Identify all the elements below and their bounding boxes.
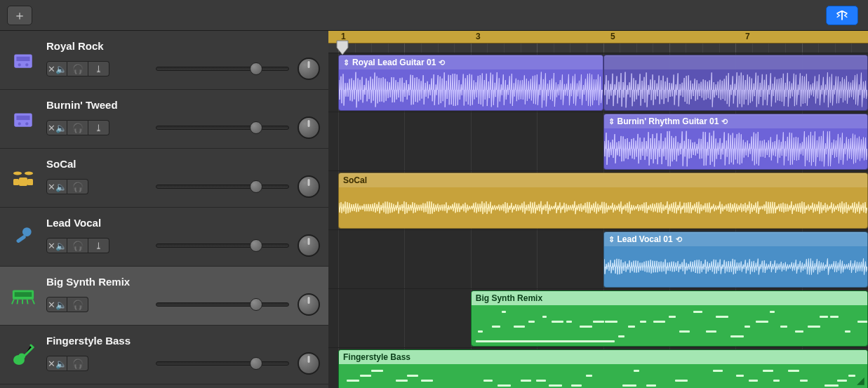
- expand-icon: ⇕: [343, 58, 349, 67]
- track-header-burnin-tweed[interactable]: Burnin' Tweed ✕🔈 🎧 ⤓: [0, 90, 328, 149]
- track-header-big-synth-remix[interactable]: Big Synth Remix ✕🔈 🎧: [0, 267, 328, 326]
- input-icon: ⤓: [95, 64, 102, 74]
- mute-icon: ✕🔈: [48, 182, 67, 192]
- pan-knob[interactable]: [298, 293, 320, 316]
- beat-ruler[interactable]: [328, 44, 868, 53]
- headphones-icon: 🎧: [72, 300, 84, 310]
- region-header: SoCal: [339, 173, 867, 187]
- region[interactable]: Fingerstyle Bass: [338, 349, 868, 388]
- pan-knob[interactable]: [298, 175, 320, 198]
- svg-point-18: [18, 353, 25, 359]
- region[interactable]: Big Synth Remix: [471, 290, 868, 347]
- track-header-fingerstyle-bass[interactable]: Fingerstyle Bass ✕🔈 🎧: [0, 326, 328, 384]
- region-header: ⇕Royal Lead Guitar 01⟲: [339, 55, 603, 69]
- input-monitor-button[interactable]: ⤓: [88, 61, 109, 76]
- region[interactable]: SoCal: [338, 173, 868, 229]
- slider-thumb[interactable]: [250, 239, 262, 252]
- track-header-royal-rock[interactable]: Royal Rock ✕🔈 🎧 ⤓: [0, 31, 328, 90]
- solo-button[interactable]: 🎧: [67, 238, 88, 253]
- track-header-socal[interactable]: SoCal ✕🔈 🎧: [0, 149, 328, 208]
- volume-slider[interactable]: [156, 359, 289, 368]
- svg-point-3: [25, 63, 28, 66]
- pan-knob[interactable]: [298, 58, 320, 80]
- region[interactable]: ⇕Burnin' Rhythm Guitar 01⟲: [603, 114, 869, 170]
- track-name: Royal Rock: [46, 40, 104, 52]
- resize-handle-icon[interactable]: ◢: [855, 375, 865, 385]
- region-header: Fingerstyle Bass: [339, 350, 867, 364]
- region-body: [604, 69, 868, 110]
- region-header: [604, 55, 868, 69]
- solo-button[interactable]: 🎧: [67, 179, 88, 194]
- pan-knob[interactable]: [298, 116, 320, 139]
- lane[interactable]: ⇕Lead Vocal 01⟲: [328, 230, 868, 289]
- mic-icon: [8, 222, 38, 252]
- volume-slider[interactable]: [156, 241, 289, 250]
- expand-icon: ⇕: [608, 117, 615, 126]
- mute-button[interactable]: ✕🔈: [46, 238, 67, 253]
- input-monitor-button[interactable]: ⤓: [88, 238, 109, 253]
- solo-button[interactable]: 🎧: [67, 120, 88, 135]
- track-name: SoCal: [46, 158, 76, 170]
- pan-knob[interactable]: [298, 234, 320, 257]
- input-monitor-button[interactable]: ⤓: [88, 120, 109, 135]
- slider-thumb[interactable]: [250, 298, 262, 311]
- region-body: [339, 364, 867, 388]
- loop-icon: ⟲: [721, 117, 728, 126]
- region[interactable]: ⇕Royal Lead Guitar 01⟲: [338, 55, 603, 111]
- headphones-icon: 🎧: [72, 359, 84, 369]
- mute-button[interactable]: ✕🔈: [46, 356, 67, 371]
- pan-knob[interactable]: [298, 352, 320, 375]
- slider-thumb[interactable]: [250, 121, 262, 134]
- lanes: ⇕Royal Lead Guitar 01⟲⇕Burnin' Rhythm Gu…: [328, 53, 868, 388]
- svg-rect-14: [16, 234, 27, 243]
- solo-button[interactable]: 🎧: [67, 61, 88, 76]
- mute-button[interactable]: ✕🔈: [46, 297, 67, 312]
- lane[interactable]: ⇕Royal Lead Guitar 01⟲: [328, 53, 868, 112]
- mute-icon: ✕🔈: [48, 359, 67, 369]
- track-header-lead-vocal[interactable]: Lead Vocal ✕🔈 🎧 ⤓: [0, 208, 328, 267]
- region-header: ⇕Burnin' Rhythm Guitar 01⟲: [604, 114, 868, 128]
- catch-playhead-button[interactable]: [826, 6, 858, 25]
- main: Royal Rock ✕🔈 🎧 ⤓: [0, 31, 868, 388]
- expand-icon: ⇕: [608, 235, 615, 244]
- region-label: Lead Vocal 01: [617, 234, 673, 244]
- lane[interactable]: ⇕Burnin' Rhythm Guitar 01⟲: [328, 112, 868, 171]
- mute-button[interactable]: ✕🔈: [46, 61, 67, 76]
- lane[interactable]: SoCal: [328, 171, 868, 230]
- toolbar: ＋: [0, 0, 868, 31]
- slider-thumb[interactable]: [250, 357, 262, 370]
- solo-button[interactable]: 🎧: [67, 356, 88, 371]
- lane[interactable]: Fingerstyle Bass: [328, 348, 868, 388]
- volume-slider[interactable]: [156, 64, 289, 74]
- region-label: Burnin' Rhythm Guitar 01: [617, 116, 719, 126]
- track-name: Lead Vocal: [46, 217, 101, 229]
- headphones-icon: 🎧: [72, 182, 84, 192]
- svg-rect-11: [13, 179, 19, 185]
- add-track-button[interactable]: ＋: [7, 6, 32, 25]
- solo-button[interactable]: 🎧: [67, 297, 88, 312]
- region[interactable]: [603, 55, 869, 111]
- mute-button[interactable]: ✕🔈: [46, 120, 67, 135]
- svg-point-6: [18, 122, 21, 125]
- timeline[interactable]: 1 3 5 7 ⇕Royal Lead Guitar 01⟲⇕Burnin' R…: [328, 31, 868, 388]
- volume-slider[interactable]: [156, 123, 289, 133]
- bar-ruler[interactable]: 1 3 5 7: [328, 31, 868, 44]
- volume-slider[interactable]: [156, 182, 289, 192]
- lane[interactable]: Big Synth Remix: [328, 289, 868, 348]
- bar-label: 1: [341, 32, 346, 41]
- amp-icon: [8, 46, 38, 75]
- svg-point-7: [25, 122, 28, 125]
- region-label: SoCal: [343, 175, 367, 185]
- slider-thumb[interactable]: [250, 180, 262, 193]
- slider-thumb[interactable]: [250, 62, 262, 75]
- region[interactable]: ⇕Lead Vocal 01⟲: [603, 232, 869, 288]
- keys-icon: [8, 281, 38, 311]
- input-icon: ⤓: [95, 123, 102, 133]
- svg-rect-5: [16, 115, 29, 119]
- mute-button[interactable]: ✕🔈: [46, 179, 67, 194]
- input-icon: ⤓: [95, 241, 102, 251]
- svg-point-13: [22, 227, 32, 236]
- volume-slider[interactable]: [156, 300, 289, 309]
- loop-icon: ⟲: [676, 235, 682, 244]
- track-name: Burnin' Tweed: [46, 99, 118, 111]
